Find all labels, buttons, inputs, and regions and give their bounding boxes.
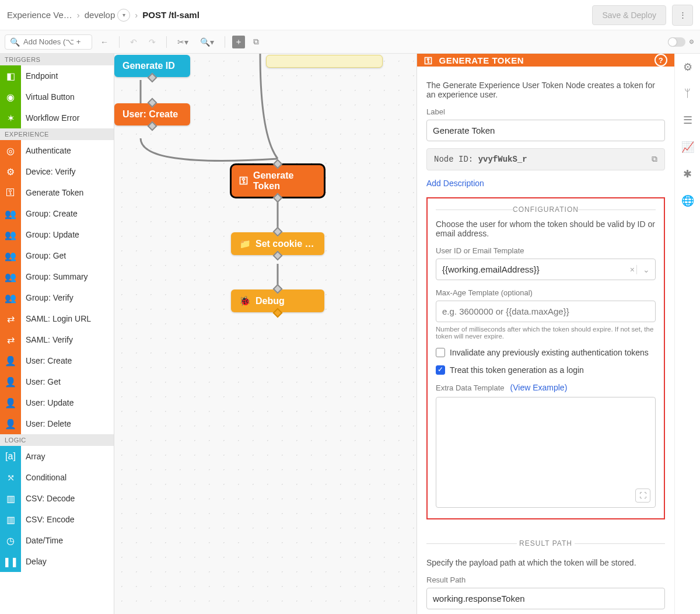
cut-icon[interactable]: ✂▾ [174, 35, 192, 49]
user-id-input[interactable] [436, 259, 656, 280]
bug-icon[interactable]: ✱ [683, 168, 692, 180]
node-label: Generate Token [253, 170, 316, 191]
search-input[interactable] [23, 37, 82, 46]
bug-icon: 🐞 [239, 295, 251, 306]
branch-icon[interactable]: ᛘ [684, 88, 691, 100]
properties-panel: ⚿GENERATE TOKEN ? The Generate Experienc… [416, 54, 700, 614]
breadcrumb: Experience Ve… › develop ▾ › POST /tl-sa… [7, 9, 200, 22]
node-id-box: Node ID: yvyfWukS_r ⧉ [426, 148, 665, 170]
section-triggers: TRIGGERS [0, 54, 114, 65]
output-port[interactable] [148, 73, 158, 83]
result-path-input[interactable] [426, 588, 665, 609]
node-palette: TRIGGERS ◧Endpoint ◉Virtual Button ✶Work… [0, 54, 114, 614]
add-icon[interactable]: ＋ [232, 36, 245, 48]
key-icon: ⚿ [0, 182, 21, 203]
output-port[interactable] [148, 121, 158, 131]
input-port[interactable] [273, 284, 283, 294]
node-group-create[interactable]: 👥Group: Create [0, 203, 114, 224]
node-saml-login[interactable]: ⇄SAML: Login URL [0, 308, 114, 329]
node-user-delete[interactable]: 👤User: Delete [0, 413, 114, 434]
node-csv-decode[interactable]: ▥CSV: Decode [0, 488, 114, 509]
view-example-link[interactable]: (View Example) [510, 383, 568, 392]
canvas-node-debug[interactable]: 🐞 Debug [231, 289, 324, 312]
label-input[interactable] [426, 120, 665, 141]
breadcrumb-app[interactable]: Experience Ve… [7, 10, 72, 20]
add-nodes-search[interactable]: 🔍 [5, 34, 92, 50]
zoom-icon[interactable]: 🔍▾ [197, 35, 218, 49]
gear-icon[interactable]: ⚙ [683, 61, 692, 74]
panel-title: GENERATE TOKEN [439, 55, 524, 65]
node-authenticate[interactable]: ◎Authenticate [0, 140, 114, 161]
output-port[interactable] [273, 193, 283, 203]
workflow-canvas[interactable]: Generate ID User: Create ⚿ Generate Toke… [114, 54, 416, 614]
canvas-node-generate-id[interactable]: Generate ID [114, 55, 190, 77]
chevron-down-icon[interactable]: ⌄ [636, 265, 650, 274]
input-port[interactable] [273, 159, 283, 169]
maxage-input[interactable] [436, 301, 656, 322]
globe-icon[interactable]: 🌐 [681, 194, 694, 207]
branch-dropdown[interactable]: develop ▾ [85, 9, 131, 22]
node-group-summary[interactable]: 👥Group: Summary [0, 266, 114, 287]
undo-icon[interactable]: ↶ [127, 35, 141, 49]
debug-toggle[interactable] [668, 37, 685, 47]
node-user-create[interactable]: 👤User: Create [0, 350, 114, 371]
layout-icon[interactable]: ⧉ [250, 34, 262, 49]
node-endpoint[interactable]: ◧Endpoint [0, 65, 114, 86]
invalidate-label: Invalidate any previously existing authe… [450, 348, 649, 357]
help-icon[interactable]: ? [654, 54, 667, 67]
config-title: CONFIGURATION [436, 205, 656, 214]
maxage-label: Max-Age Template (optional) [436, 288, 656, 297]
extra-data-label: Extra Data Template [436, 383, 505, 392]
extra-data-textarea[interactable]: ⛶ [436, 397, 656, 508]
node-group-verify[interactable]: 👥Group: Verify [0, 287, 114, 308]
output-port[interactable] [273, 308, 283, 318]
node-datetime[interactable]: ◷Date/Time [0, 530, 114, 551]
redo-icon[interactable]: ↷ [145, 35, 159, 49]
gear-icon[interactable]: ⚙ [689, 39, 694, 45]
canvas-node-set-cookie[interactable]: 📁 Set cookie … [231, 232, 324, 255]
node-array[interactable]: [a]Array [0, 446, 114, 467]
group-icon: 👥 [0, 203, 21, 224]
database-icon[interactable]: ☰ [683, 114, 692, 127]
node-saml-verify[interactable]: ⇄SAML: Verify [0, 329, 114, 350]
node-group-update[interactable]: 👥Group: Update [0, 224, 114, 245]
node-generate-token[interactable]: ⚿Generate Token [0, 182, 114, 203]
section-experience: EXPERIENCE [0, 128, 114, 140]
saml-icon: ⇄ [0, 308, 21, 329]
node-csv-encode[interactable]: ▥CSV: Encode [0, 509, 114, 530]
canvas-sticky-note[interactable] [266, 55, 383, 68]
node-user-get[interactable]: 👤User: Get [0, 371, 114, 392]
node-device-verify[interactable]: ⚙Device: Verify [0, 161, 114, 182]
add-description-link[interactable]: Add Description [426, 179, 484, 188]
node-conditional[interactable]: ⤲Conditional [0, 467, 114, 488]
node-label: Debug [256, 296, 285, 306]
node-virtual-button[interactable]: ◉Virtual Button [0, 86, 114, 107]
canvas-node-user-create[interactable]: User: Create [114, 103, 190, 125]
input-port[interactable] [273, 227, 283, 237]
treat-login-label: Treat this token generation as a login [450, 365, 584, 375]
copy-icon[interactable]: ⧉ [652, 155, 657, 164]
node-delay[interactable]: ❚❚Delay [0, 551, 114, 572]
invalidate-checkbox-row[interactable]: Invalidate any previously existing authe… [436, 348, 656, 357]
section-logic: LOGIC [0, 434, 114, 446]
breadcrumb-endpoint: POST /tl-saml [142, 10, 200, 20]
treat-login-checkbox-row[interactable]: Treat this token generation as a login [436, 365, 656, 375]
chart-icon[interactable]: 📈 [681, 141, 694, 154]
node-workflow-error[interactable]: ✶Workflow Error [0, 107, 114, 128]
expand-icon[interactable]: ⛶ [635, 489, 650, 503]
top-bar: Experience Ve… › develop ▾ › POST /tl-sa… [0, 0, 700, 30]
save-deploy-button[interactable]: Save & Deploy [592, 5, 666, 25]
configuration-section: CONFIGURATION Choose the user for whom t… [426, 197, 665, 519]
csv-icon: ▥ [0, 488, 21, 509]
back-icon[interactable]: ← [97, 35, 112, 49]
node-user-update[interactable]: 👤User: Update [0, 392, 114, 413]
node-group-get[interactable]: 👥Group: Get [0, 245, 114, 266]
canvas-node-generate-token[interactable]: ⚿ Generate Token [231, 165, 324, 197]
clear-icon[interactable]: × [630, 265, 635, 274]
config-desc: Choose the user for whom the token shoul… [436, 219, 656, 238]
chevron-down-icon: ▾ [117, 9, 130, 22]
output-port[interactable] [273, 251, 283, 261]
more-button[interactable]: ⋮ [672, 5, 693, 26]
key-icon: ⚿ [424, 55, 433, 65]
input-port[interactable] [148, 98, 158, 108]
